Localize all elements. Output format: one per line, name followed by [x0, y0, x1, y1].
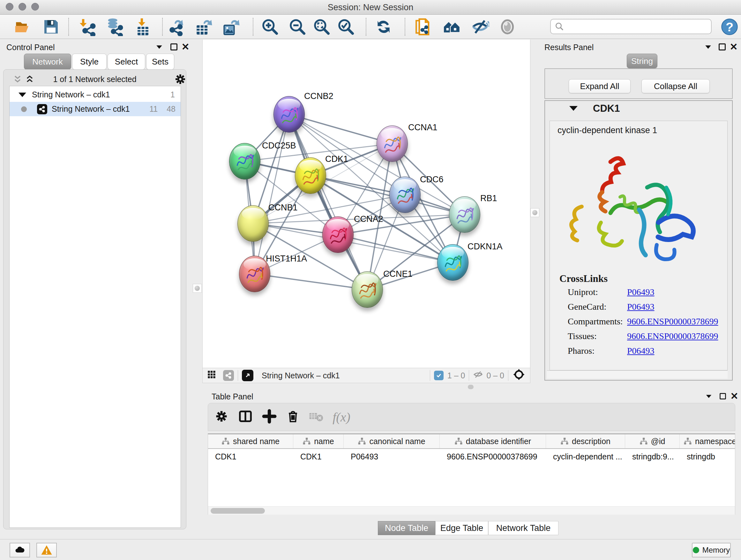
column-header-namespace[interactable]: namespace	[680, 434, 735, 448]
collection-expander-icon[interactable]	[18, 92, 26, 97]
show-graphics-button[interactable]	[497, 17, 517, 37]
graph-node-CCNA1[interactable]	[377, 125, 408, 162]
tab-edge-table[interactable]: Edge Table	[435, 521, 488, 535]
table-cell[interactable]: 9606.ENSP00000378699	[440, 449, 546, 464]
grid-view-icon[interactable]	[207, 370, 216, 381]
function-builder-icon[interactable]: f(x)	[333, 410, 350, 425]
tab-sets[interactable]: Sets	[146, 54, 174, 70]
add-column-icon[interactable]	[262, 409, 277, 425]
tab-style[interactable]: Style	[72, 54, 107, 70]
fit-selected-crosshair-icon[interactable]	[512, 368, 526, 383]
column-header--id[interactable]: @id	[625, 434, 680, 448]
warnings-button[interactable]	[37, 543, 57, 557]
table-cell[interactable]: CDK1	[293, 449, 344, 464]
graph-node-CCNA2[interactable]	[322, 216, 354, 253]
control-panel-float-button[interactable]	[169, 42, 179, 52]
table-cell[interactable]: CDK1	[208, 449, 293, 464]
column-header-database-identifier[interactable]: database identifier	[440, 434, 546, 448]
table-cell[interactable]: stringdb:9...	[625, 449, 680, 464]
table-panel-float-button[interactable]	[718, 391, 728, 401]
delete-column-trash-icon[interactable]	[286, 409, 300, 425]
column-header-description[interactable]: description	[546, 434, 625, 448]
table-hscrollbar-thumb[interactable]	[211, 508, 265, 514]
zoom-in-button[interactable]	[260, 17, 280, 37]
table-cell[interactable]: P06493	[344, 449, 440, 464]
cloud-status-button[interactable]	[10, 543, 30, 557]
graph-node-CCNB1[interactable]	[238, 205, 269, 242]
results-panel-close-button[interactable]: ✕	[729, 42, 738, 52]
column-header-name[interactable]: name	[293, 434, 344, 448]
network-options-gear-icon[interactable]	[174, 73, 187, 87]
tab-network[interactable]: Network	[24, 54, 71, 70]
network-share-icon[interactable]	[223, 370, 234, 381]
network-collection-row[interactable]: String Network – cdk1 1	[10, 87, 181, 102]
control-panel-menu-button[interactable]	[154, 42, 164, 52]
table-cell[interactable]: stringdb	[680, 449, 735, 464]
hide-graphics-button[interactable]	[470, 17, 490, 37]
results-panel-menu-button[interactable]	[703, 42, 713, 52]
import-network-database-button[interactable]	[105, 17, 124, 37]
import-network-file-button[interactable]	[77, 17, 97, 37]
collapse-all-button[interactable]: Collapse All	[642, 79, 710, 93]
graph-node-RB1[interactable]	[449, 196, 480, 233]
table-panel-close-button[interactable]: ✕	[730, 391, 739, 401]
help-button[interactable]: ?	[720, 17, 739, 37]
export-network-button[interactable]	[166, 17, 186, 37]
table-hscrollbar-track[interactable]	[208, 506, 735, 515]
crosslink-link[interactable]: P06493	[627, 302, 655, 312]
crosslink-value: P06493	[627, 346, 655, 356]
column-header-label: namespace	[695, 437, 735, 446]
graph-edge-CCNB2-HIST1H1A[interactable]	[255, 114, 289, 274]
column-header-shared-name[interactable]: shared name	[208, 434, 293, 448]
crosslink-link[interactable]: 9606.ENSP00000378699	[627, 331, 718, 341]
selected-checkbox-icon[interactable]	[434, 371, 444, 380]
crosslink-link[interactable]: 9606.ENSP00000378699	[627, 316, 718, 326]
graph-node-CCNB2[interactable]	[273, 96, 305, 132]
tab-node-table[interactable]: Node Table	[378, 521, 435, 535]
results-panel-float-button[interactable]	[718, 42, 727, 52]
control-panel-close-button[interactable]: ✕	[181, 42, 190, 52]
column-header-canonical-name[interactable]: canonical name	[344, 434, 440, 448]
crosslink-link[interactable]: P06493	[627, 346, 655, 356]
graph-node-CDC25B[interactable]	[229, 143, 260, 179]
zoom-fit-button[interactable]	[312, 17, 332, 37]
clone-network-button[interactable]	[413, 17, 433, 37]
export-image-button[interactable]	[221, 17, 241, 37]
crosslink-link[interactable]: P06493	[627, 287, 655, 297]
show-columns-icon[interactable]	[238, 409, 253, 425]
control-panel-title: Control Panel	[6, 43, 55, 52]
right-splitter-handle[interactable]	[530, 208, 539, 217]
refresh-button[interactable]	[374, 17, 394, 37]
expand-all-button[interactable]: Expand All	[569, 79, 630, 93]
tab-network-table[interactable]: Network Table	[488, 521, 558, 535]
table-data-row[interactable]: CDK1CDK1P064939606.ENSP00000378699cyclin…	[208, 449, 735, 464]
network-canvas[interactable]: CCNB2CCNA1CDC25BCDK1CDC6RB1CCNB1CCNA2CDK…	[202, 40, 530, 368]
table-settings-gear-icon[interactable]	[214, 409, 228, 425]
graph-node-CDK1[interactable]	[295, 158, 326, 194]
open-session-button[interactable]	[13, 17, 33, 37]
memory-button[interactable]: Memory	[692, 543, 731, 557]
gene-section-expander-icon[interactable]	[569, 106, 578, 111]
delete-table-icon[interactable]	[308, 409, 324, 425]
table-cell[interactable]: cyclin-dependent ...	[546, 449, 625, 464]
birdseye-view-icon[interactable]	[242, 370, 253, 381]
left-splitter-handle[interactable]	[193, 284, 202, 293]
graph-node-CDKN1A[interactable]	[437, 244, 468, 281]
zoom-selected-button[interactable]	[336, 17, 356, 37]
export-table-button[interactable]	[194, 17, 213, 37]
graph-edge-HIST1H1A-CCNE1[interactable]	[255, 274, 367, 290]
graph-node-CDC6[interactable]	[389, 177, 421, 213]
birdseye-home-button[interactable]	[442, 17, 462, 37]
import-table-button[interactable]	[133, 17, 153, 37]
hidden-eye-icon[interactable]	[473, 369, 483, 381]
tab-string[interactable]: String	[627, 54, 657, 68]
save-session-button[interactable]	[41, 17, 61, 37]
graph-node-CCNE1[interactable]	[352, 271, 383, 308]
results-scrollbar-track[interactable]	[547, 370, 728, 379]
table-panel-menu-button[interactable]	[704, 391, 714, 401]
search-input[interactable]	[564, 20, 711, 33]
zoom-out-button[interactable]	[287, 17, 307, 37]
tab-select[interactable]: Select	[108, 54, 145, 70]
search-field[interactable]	[550, 19, 712, 34]
network-row-selected[interactable]: String Network – cdk1 11 48	[10, 102, 181, 116]
